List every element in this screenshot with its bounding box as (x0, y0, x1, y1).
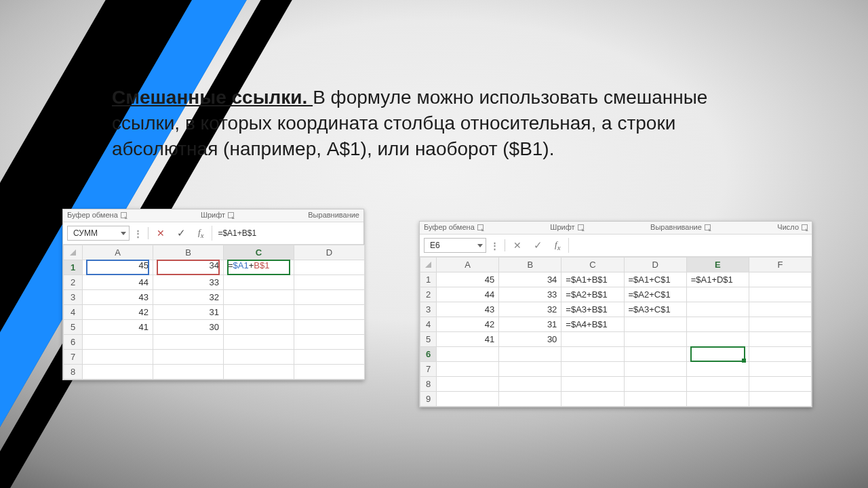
col-header[interactable]: D (294, 245, 365, 260)
ribbon-group-labels: Буфер обмена Шрифт Выравнивание (63, 209, 363, 222)
cancel-edit-button: ✕ (509, 240, 526, 251)
col-header[interactable]: A (437, 258, 499, 272)
row-header[interactable]: 1 (64, 260, 83, 275)
excel-panel-right: Буфер обмена Шрифт Выравнивание Число E6… (419, 221, 812, 407)
functions-menu-icon[interactable]: ⋮ (490, 241, 500, 251)
formula-bar: СУММ ⋮ ✕ ✓ fx =$A1+B$1 (63, 222, 363, 245)
cell[interactable] (294, 260, 365, 275)
dialog-launcher-icon[interactable] (705, 224, 711, 230)
dialog-launcher-icon[interactable] (802, 224, 808, 230)
col-header[interactable]: C (561, 258, 624, 272)
col-header[interactable]: B (153, 245, 224, 260)
ribbon-group-labels: Буфер обмена Шрифт Выравнивание Число (420, 222, 812, 235)
active-cell[interactable] (686, 347, 749, 362)
name-box[interactable]: СУММ (67, 226, 130, 241)
formula-input[interactable] (568, 238, 808, 253)
excel-panel-left: Буфер обмена Шрифт Выравнивание СУММ ⋮ ✕… (62, 209, 364, 380)
chevron-down-icon[interactable] (477, 244, 483, 247)
functions-menu-icon[interactable]: ⋮ (134, 228, 144, 239)
spreadsheet-grid[interactable]: A B C D E F 1 45 34 =$A1+B$1 =$A1+C$1 =$… (420, 257, 812, 407)
col-header[interactable]: C (224, 245, 294, 260)
name-box-value: СУММ (73, 228, 98, 238)
formula-bar: E6 ⋮ ✕ ✓ fx (420, 235, 812, 257)
active-cell-border (690, 346, 745, 362)
col-header[interactable]: E (686, 258, 749, 272)
col-header[interactable]: D (624, 258, 686, 272)
dialog-launcher-icon[interactable] (228, 212, 234, 218)
dialog-launcher-icon[interactable] (121, 212, 127, 218)
name-box-value: E6 (430, 241, 440, 250)
confirm-edit-button: ✓ (530, 239, 547, 251)
dialog-launcher-icon[interactable] (477, 224, 484, 230)
spreadsheet-grid[interactable]: A B C D 1 45 34 =$A1+B$1 24433 34332 442… (63, 245, 365, 380)
col-header[interactable]: A (83, 245, 153, 260)
select-all-corner[interactable] (420, 258, 437, 272)
cell[interactable]: 34 (153, 260, 224, 275)
select-all-corner[interactable] (64, 245, 83, 260)
chevron-down-icon[interactable] (121, 232, 126, 235)
active-cell[interactable]: =$A1+B$1 (224, 260, 294, 275)
name-box[interactable]: E6 (424, 238, 486, 253)
confirm-edit-button[interactable]: ✓ (173, 227, 190, 239)
col-header[interactable]: B (499, 258, 561, 272)
dialog-launcher-icon[interactable] (578, 224, 584, 230)
slide-body-text: Смешанные ссылки. В формуле можно исполь… (112, 85, 770, 161)
insert-function-button[interactable]: fx (194, 227, 208, 239)
formula-input[interactable]: =$A1+B$1 (212, 226, 359, 241)
slide-title: Смешанные ссылки. (112, 87, 313, 108)
insert-function-button[interactable]: fx (551, 239, 564, 251)
cancel-edit-button[interactable]: ✕ (153, 228, 169, 239)
col-header[interactable]: F (749, 258, 811, 272)
cell[interactable]: 45 (83, 260, 153, 275)
